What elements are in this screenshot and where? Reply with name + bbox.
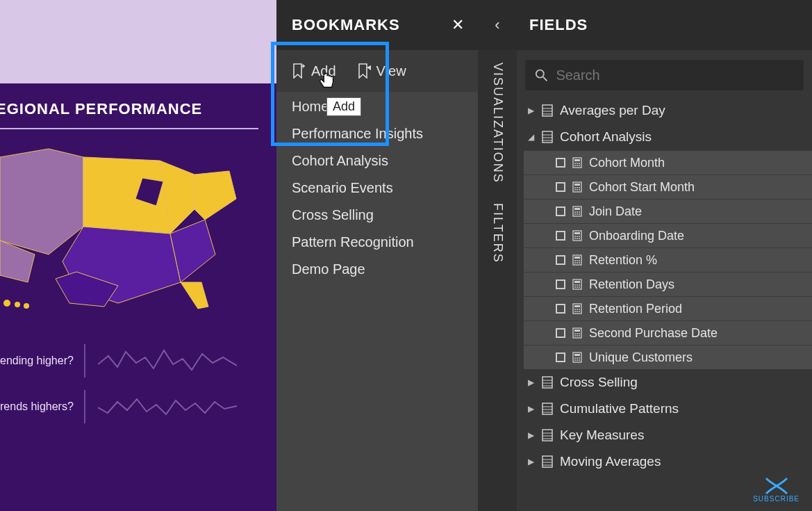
svg-point-55 — [574, 284, 576, 286]
svg-point-47 — [574, 260, 576, 261]
table-row[interactable]: ◢Cohort Analysis — [524, 124, 812, 150]
field-name: Retention % — [589, 253, 657, 268]
view-bookmark-button[interactable]: View — [357, 63, 406, 79]
bookmark-add-icon — [292, 63, 306, 79]
svg-rect-97 — [542, 456, 552, 467]
svg-point-34 — [574, 213, 576, 215]
svg-point-27 — [577, 189, 578, 190]
svg-point-1 — [15, 302, 20, 307]
svg-rect-54 — [574, 281, 580, 283]
svg-rect-85 — [542, 377, 552, 388]
svg-rect-9 — [542, 131, 552, 143]
close-icon[interactable]: ✕ — [451, 16, 464, 34]
spark-row-1[interactable]: ending higher? — [0, 338, 276, 384]
field-row[interactable]: Cohort Month — [524, 150, 812, 175]
svg-rect-38 — [574, 232, 580, 234]
spark-label: rends highers? — [0, 400, 80, 413]
checkbox[interactable] — [556, 279, 565, 289]
bookmark-item[interactable]: Demo Page — [292, 261, 478, 277]
svg-point-3 — [536, 70, 544, 78]
table-row[interactable]: ▶Key Measures — [524, 422, 812, 448]
table-row[interactable]: ▶Moving Averages — [524, 448, 812, 475]
bookmark-item[interactable]: Scenario Events — [292, 180, 478, 196]
bookmark-item[interactable]: Home — [292, 99, 478, 115]
search-icon — [535, 68, 547, 82]
svg-point-75 — [577, 335, 578, 336]
svg-point-67 — [577, 311, 578, 312]
calculator-icon — [572, 181, 582, 193]
svg-point-76 — [579, 335, 580, 336]
svg-point-50 — [574, 262, 576, 263]
bookmark-item[interactable]: Cross Selling — [292, 207, 478, 223]
field-row[interactable]: Unique Customers — [524, 345, 812, 369]
filters-tab[interactable]: FILTERS — [490, 203, 505, 263]
add-bookmark-button[interactable]: Add — [292, 63, 336, 79]
field-name: Onboarding Date — [589, 229, 684, 243]
search-input[interactable] — [556, 67, 794, 83]
bookmark-item[interactable]: Pattern Recognition — [292, 234, 478, 250]
chevron-right-icon: ▶ — [528, 457, 535, 467]
spark-row-2[interactable]: rends highers? — [0, 384, 276, 430]
field-row[interactable]: Retention % — [524, 248, 812, 272]
svg-rect-22 — [574, 184, 580, 186]
svg-point-73 — [579, 333, 580, 334]
field-row[interactable]: Retention Period — [524, 296, 812, 321]
calculator-icon — [572, 254, 582, 266]
field-row[interactable]: Cohort Start Month — [524, 175, 812, 199]
tooltip: Add — [326, 97, 361, 116]
checkbox[interactable] — [556, 304, 565, 314]
table-name: Cohort Analysis — [560, 129, 652, 145]
table-name: Averages per Day — [560, 103, 665, 118]
report-canvas[interactable]: EGIONAL PERFORMANCE — [0, 0, 276, 511]
bookmarks-title: BOOKMARKS — [292, 16, 400, 34]
bookmark-list: Home Performance Insights Cohort Analysi… — [276, 92, 478, 277]
field-row[interactable]: Second Purchase Date — [524, 321, 812, 345]
field-name: Cohort Month — [589, 156, 665, 170]
view-label: View — [376, 63, 406, 79]
svg-rect-93 — [542, 430, 552, 441]
bookmark-item[interactable]: Performance Insights — [292, 126, 478, 142]
svg-point-74 — [574, 335, 576, 336]
search-input-wrap[interactable] — [525, 60, 804, 90]
table-row[interactable]: ▶Averages per Day — [524, 97, 812, 124]
checkbox[interactable] — [556, 231, 565, 241]
svg-point-42 — [574, 238, 576, 239]
svg-point-68 — [579, 311, 580, 312]
svg-point-28 — [579, 189, 580, 190]
svg-point-40 — [577, 236, 578, 237]
chevron-left-icon[interactable]: ‹ — [495, 16, 499, 34]
field-row[interactable]: Join Date — [524, 199, 812, 223]
table-icon — [542, 104, 553, 117]
bookmark-item[interactable]: Cohort Analysis — [292, 153, 478, 169]
checkbox[interactable] — [556, 328, 565, 338]
field-row[interactable]: Onboarding Date — [524, 223, 812, 248]
field-name: Cohort Start Month — [589, 180, 695, 195]
svg-point-18 — [574, 165, 576, 166]
svg-point-82 — [574, 359, 576, 361]
field-row[interactable]: Retention Days — [524, 272, 812, 296]
region-title: EGIONAL PERFORMANCE — [0, 100, 276, 128]
subscribe-label: SUBSCRIBE — [753, 495, 799, 503]
checkbox[interactable] — [556, 158, 565, 168]
table-name: Cumulative Patterns — [560, 401, 679, 416]
svg-point-71 — [574, 333, 576, 334]
table-row[interactable]: ▶Cross Selling — [524, 369, 812, 396]
svg-point-25 — [579, 187, 580, 188]
svg-point-59 — [577, 286, 578, 288]
us-map-visual[interactable] — [0, 143, 243, 310]
svg-point-43 — [577, 238, 578, 239]
svg-point-63 — [574, 309, 576, 310]
table-row[interactable]: ▶Cumulative Patterns — [524, 396, 812, 422]
svg-point-72 — [577, 333, 578, 334]
field-name: Join Date — [589, 204, 642, 219]
subscribe-badge[interactable]: SUBSCRIBE — [753, 477, 799, 503]
chevron-right-icon: ▶ — [528, 430, 535, 440]
checkbox[interactable] — [556, 206, 565, 216]
checkbox[interactable] — [556, 255, 565, 265]
table-icon — [542, 376, 553, 389]
svg-rect-89 — [542, 403, 552, 414]
checkbox[interactable] — [556, 352, 565, 362]
checkbox[interactable] — [556, 182, 565, 192]
calculator-icon — [572, 157, 582, 168]
visualizations-tab[interactable]: VISUALIZATIONS — [490, 63, 505, 184]
